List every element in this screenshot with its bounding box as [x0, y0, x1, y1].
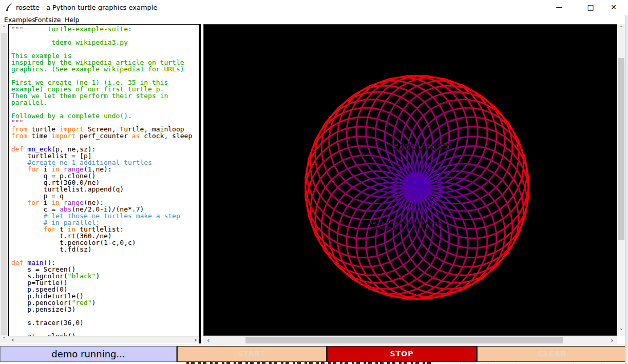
clear-button[interactable]: CLEAR — [477, 346, 628, 362]
start-button[interactable]: START — [177, 346, 327, 362]
code-text[interactable]: """ turtle-example-suite: tdemo_wikipedi… — [9, 25, 199, 336]
code-vscroll-thumb[interactable] — [1, 33, 7, 335]
window-title: rosette - a Python turtle graphics examp… — [16, 4, 157, 11]
menu-fontsize[interactable]: Fontsize — [33, 15, 62, 24]
minimize-button[interactable]: — — [547, 0, 571, 14]
panel-separator — [199, 24, 201, 343]
menu-examples[interactable]: Examples — [3, 15, 37, 24]
scroll-up-icon[interactable]: ˄ — [0, 25, 8, 32]
menu-help[interactable]: Help — [63, 15, 81, 24]
status-bar: demo running... START STOP CLEAR — [0, 346, 628, 362]
menu-bar: Examples Fontsize Help — [0, 14, 628, 24]
status-message: demo running... — [0, 346, 177, 362]
background-window-sliver — [625, 15, 628, 364]
taskbar-sliver — [186, 362, 432, 364]
title-bar: rosette - a Python turtle graphics examp… — [0, 0, 628, 14]
turtle-canvas[interactable] — [203, 24, 617, 336]
taskbar-cells — [432, 362, 628, 364]
canvas-vscroll-thumb[interactable] — [618, 58, 624, 240]
scroll-left-icon[interactable]: ‹ — [205, 337, 212, 343]
code-vertical-scrollbar[interactable]: ˄ ˅ — [0, 24, 8, 343]
maximize-button[interactable]: □ — [579, 0, 602, 14]
close-button[interactable]: ✕ — [602, 0, 625, 14]
app-feather-icon — [5, 3, 13, 12]
canvas-horizontal-scrollbar[interactable]: ‹ › — [203, 336, 617, 344]
scroll-left-icon[interactable]: ‹ — [9, 336, 16, 343]
rosette-drawing — [204, 25, 617, 335]
scroll-right-icon[interactable]: › — [608, 337, 616, 343]
scroll-down-icon[interactable]: ˅ — [0, 336, 8, 343]
scroll-up-icon[interactable]: ˄ — [618, 25, 625, 32]
scroll-down-icon[interactable]: ˅ — [618, 328, 625, 335]
canvas-hscroll-thumb[interactable] — [245, 337, 563, 343]
code-horizontal-scrollbar[interactable]: ‹ › — [8, 336, 200, 343]
stop-button[interactable]: STOP — [327, 346, 477, 362]
scroll-right-icon[interactable]: › — [192, 336, 199, 343]
code-panel[interactable]: """ turtle-example-suite: tdemo_wikipedi… — [8, 24, 199, 336]
bottom-edge-strip — [0, 362, 628, 364]
canvas-vertical-scrollbar[interactable]: ˄ ˅ — [618, 24, 625, 336]
